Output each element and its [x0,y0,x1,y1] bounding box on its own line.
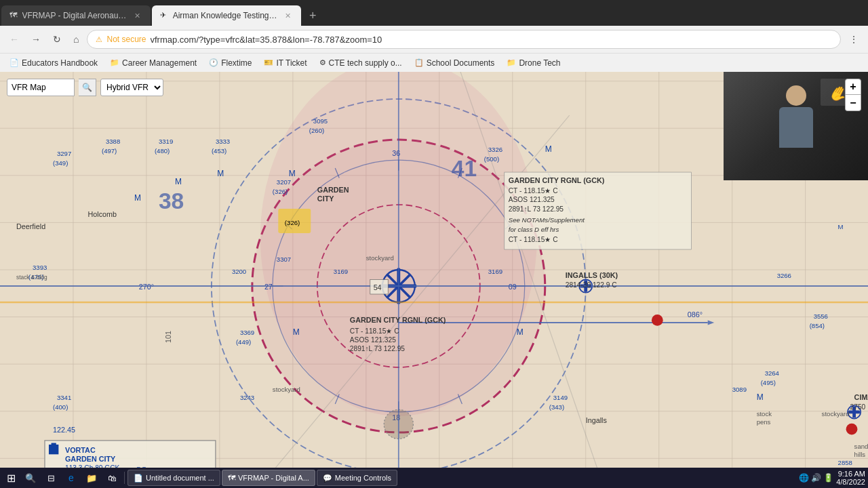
new-tab-button[interactable]: + [304,6,322,26]
svg-text:stockyard: stockyard [822,410,850,418]
svg-text:GARDEN CITY: GARDEN CITY [65,455,116,463]
taskbar-task-docs[interactable]: 📄 Untitled document ... [127,470,220,486]
svg-text:3341: 3341 [57,394,71,401]
bookmark-icon-7: 📁 [507,58,516,67]
url-input[interactable] [151,35,833,45]
svg-rect-140 [45,441,216,468]
bookmarks-bar: 📄 Educators Handbook 📁 Career Management… [0,53,868,72]
svg-text:M: M [217,169,224,178]
refresh-button[interactable]: ↻ [49,31,65,47]
svg-text:(349): (349) [53,159,68,167]
svg-text:stockyard: stockyard [273,386,300,393]
svg-text:CT - 118.15★ C: CT - 118.15★ C [509,236,558,243]
tab-1[interactable]: 🗺 VFRMAP - Digital Aeronautical C ✕ [1,5,151,26]
tab1-close[interactable]: ✕ [132,11,142,21]
svg-text:3307: 3307 [277,256,291,263]
taskbar-right: 🌐 🔊 🔋 9:16 AM 4/8/2022 [799,470,865,486]
svg-text:CIMARRON (8K8): CIMARRON (8K8) [854,393,868,401]
taskbar-task-zoom[interactable]: 💬 Meeting Controls [317,470,397,486]
svg-text:ASOS 121.325: ASOS 121.325 [509,196,555,203]
svg-text:3266: 3266 [777,272,791,279]
svg-point-168 [652,314,663,326]
bookmark-icon-6: 📋 [414,58,424,67]
security-warning-icon: ⚠ [96,35,102,44]
svg-text:M: M [134,193,141,203]
svg-text:3319: 3319 [159,138,173,145]
svg-text:(326): (326) [285,219,300,226]
bookmark-flextime[interactable]: 🕐 Flextime [203,57,257,69]
taskbar: ⊞ 🔍 ⊟ e 📁 🛍 📄 Untitled document ... 🗺 VF… [0,468,868,488]
bookmark-career-management[interactable]: 📁 Career Management [104,57,202,69]
windows-icon: ⊞ [7,472,16,484]
map-toolbar: 🔍 Hybrid VFR VFR IFR Satellite [7,79,163,96]
home-button[interactable]: ⌂ [69,31,83,47]
svg-text:3149: 3149 [553,394,568,401]
svg-text:38: 38 [159,188,184,214]
map-search-button[interactable]: 🔍 [79,79,96,96]
svg-text:3556: 3556 [814,312,828,320]
taskbar-file-explorer-icon[interactable]: 📁 [82,469,101,487]
svg-text:(500): (500) [484,155,499,163]
svg-text:3369: 3369 [240,329,254,336]
extensions-button[interactable]: ⋮ [845,31,863,47]
map-search-input[interactable] [7,79,75,96]
not-secure-label: Not secure [106,35,146,44]
svg-text:stock: stock [757,410,772,418]
svg-text:3393: 3393 [33,264,47,271]
svg-text:122.45: 122.45 [53,426,75,434]
address-bar: ← → ↻ ⌂ ⚠ Not secure ⋮ [0,26,868,53]
taskbar-edge-icon[interactable]: e [62,469,81,487]
bookmark-drone-tech[interactable]: 📁 Drone Tech [501,57,566,69]
bookmark-school-docs[interactable]: 📋 School Documents [409,57,500,69]
taskbar-task-vfrmap[interactable]: 🗺 VFRMAP - Digital A... [222,470,315,486]
tab-2[interactable]: ✈ Airman Knowledge Testing Supp ✕ [152,5,301,26]
svg-text:3333: 3333 [216,138,230,145]
bookmark-icon-3: 🕐 [209,58,218,67]
bookmark-icon-2: 📁 [110,58,119,67]
zoom-in-button[interactable]: + [845,79,861,95]
network-icon: 🌐 [799,473,809,483]
svg-text:2891↑L 73 122.95: 2891↑L 73 122.95 [350,345,406,352]
tab2-close[interactable]: ✕ [283,11,293,21]
svg-text:3207: 3207 [277,178,291,186]
task-docs-icon: 📄 [134,474,143,483]
svg-text:stack & bldg: stack & bldg [16,274,47,281]
bookmark-educators-handbook[interactable]: 📄 Educators Handbook [4,57,103,69]
svg-text:086°: 086° [688,310,703,319]
person-body [779,107,813,148]
svg-text:M: M [289,169,296,178]
map-container[interactable]: 36 18 27 09 270° [0,72,868,468]
forward-button[interactable]: → [27,31,45,47]
back-button[interactable]: ← [5,31,23,47]
svg-text:(326): (326) [273,188,288,195]
svg-point-169 [846,424,858,435]
bookmark-it-ticket[interactable]: 🎫 IT Ticket [258,57,312,69]
svg-text:M: M [175,177,182,186]
system-tray-icons: 🌐 🔊 🔋 [799,473,833,483]
taskbar-divider-1 [124,472,125,484]
webcam-person [769,85,823,167]
svg-text:54: 54 [374,283,382,291]
svg-text:3243: 3243 [240,394,254,401]
svg-text:2750 ↑L 32 122.9 C: 2750 ↑L 32 122.9 C [850,403,868,411]
svg-text:M: M [545,144,552,154]
zoom-out-button[interactable]: − [845,95,861,111]
bookmark-label-5: CTE tech supply o... [329,58,402,68]
bookmark-label-1: Educators Handbook [22,58,98,68]
svg-text:(854): (854) [810,322,825,329]
speaker-icon: 🔊 [811,473,821,483]
taskbar-search-icon[interactable]: 🔍 [21,469,40,487]
taskbar-task-view-icon[interactable]: ⊟ [41,469,60,487]
bookmark-label-6: School Documents [427,58,495,68]
bookmark-cte-tech[interactable]: ⚙ CTE tech supply o... [314,57,408,69]
bookmark-label-2: Career Management [122,58,197,68]
map-type-select[interactable]: Hybrid VFR VFR IFR Satellite [100,79,163,96]
svg-text:CITY: CITY [317,195,334,203]
tab1-favicon: 🗺 [9,11,18,20]
tab-bar: 🗺 VFRMAP - Digital Aeronautical C ✕ ✈ Ai… [0,0,868,26]
start-button[interactable]: ⊞ [3,470,20,486]
taskbar-store-icon[interactable]: 🛍 [102,469,121,487]
taskbar-clock[interactable]: 9:16 AM 4/8/2022 [836,470,865,486]
svg-text:(453): (453) [212,147,226,155]
svg-text:2814-30  122.9 C: 2814-30 122.9 C [566,281,617,289]
